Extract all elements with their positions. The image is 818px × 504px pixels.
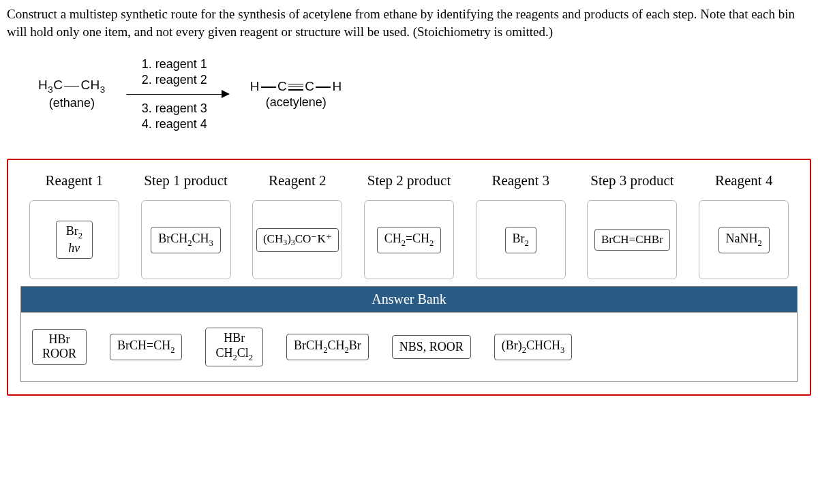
tile-br2[interactable]: Br2 <box>505 227 536 253</box>
bin-label: Reagent 3 <box>491 172 549 189</box>
reaction-scheme: H3CCH3 (ethane) 1. reagent 1 2. reagent … <box>38 57 811 131</box>
drop-well[interactable]: CH2=CH2 <box>364 200 454 279</box>
bin-label: Reagent 2 <box>269 172 327 189</box>
tile-brch2ch2br[interactable]: BrCH2CH2Br <box>286 334 369 360</box>
bin-reagent-2: Reagent 2 (CH3)3CO⁻K⁺ <box>243 172 351 279</box>
product-material: HCCH (acetylene) <box>250 79 342 110</box>
drop-bins-row: Reagent 1 Br2 hv Step 1 product BrCH2CH3… <box>20 172 798 279</box>
reagent-scheme: 1. reagent 1 2. reagent 2 3. reagent 3 4… <box>126 57 230 131</box>
tile-nanh2[interactable]: NaNH2 <box>718 227 770 253</box>
bin-step3-product: Step 3 product BrCH=CHBr <box>579 172 686 279</box>
question-text: Construct a multistep synthetic route fo… <box>7 5 811 40</box>
tile-brch2ch3[interactable]: BrCH2CH3 <box>151 227 221 253</box>
bin-step2-product: Step 2 product CH2=CH2 <box>355 172 463 279</box>
bin-label: Step 2 product <box>367 172 451 189</box>
drop-well[interactable]: Br2 <box>476 200 566 279</box>
bin-reagent-3: Reagent 3 Br2 <box>467 172 575 279</box>
tile-brchchbr[interactable]: BrCH=CHBr <box>594 229 670 251</box>
ethane-formula: H3CCH3 <box>38 78 106 95</box>
tile-br2chch3[interactable]: (Br)2CHCH3 <box>494 334 573 360</box>
tile-hbr-roor[interactable]: HBr ROOR <box>32 329 87 365</box>
tile-ethylene[interactable]: CH2=CH2 <box>377 227 442 253</box>
tile-nbs-roor[interactable]: NBS, ROOR <box>392 335 471 360</box>
drop-well[interactable]: (CH3)3CO⁻K⁺ <box>252 200 342 279</box>
ethane-label: (ethane) <box>38 96 106 110</box>
drop-well[interactable]: BrCH2CH3 <box>141 200 231 279</box>
bin-label: Reagent 4 <box>715 172 773 189</box>
reagents-bottom: 3. reagent 3 4. reagent 4 <box>142 101 207 131</box>
tile-brchch2[interactable]: BrCH=CH2 <box>110 334 182 360</box>
bin-reagent-1: Reagent 1 Br2 hv <box>20 172 128 279</box>
reagents-top: 1. reagent 1 2. reagent 2 <box>142 57 207 87</box>
bin-reagent-4: Reagent 4 NaNH2 <box>690 172 798 279</box>
answer-bank-header: Answer Bank <box>20 286 798 312</box>
bin-label: Step 1 product <box>144 172 227 189</box>
drop-well[interactable]: Br2 hv <box>29 200 119 279</box>
bin-label: Reagent 1 <box>46 172 104 189</box>
bin-step1-product: Step 1 product BrCH2CH3 <box>132 172 240 279</box>
tile-br2-hv[interactable]: Br2 hv <box>56 221 93 259</box>
answer-bank: HBr ROOR BrCH=CH2 HBr CH2Cl2 BrCH2CH2Br … <box>20 312 798 381</box>
drag-drop-area: Reagent 1 Br2 hv Step 1 product BrCH2CH3… <box>7 159 811 395</box>
starting-material: H3CCH3 (ethane) <box>38 78 106 110</box>
drop-well[interactable]: BrCH=CHBr <box>587 200 677 279</box>
reaction-arrow <box>126 90 230 98</box>
bin-label: Step 3 product <box>590 172 673 189</box>
acetylene-label: (acetylene) <box>250 95 342 110</box>
drop-well[interactable]: NaNH2 <box>699 200 789 279</box>
tile-hbr-ch2cl2[interactable]: HBr CH2Cl2 <box>205 328 263 366</box>
tile-tbuok[interactable]: (CH3)3CO⁻K⁺ <box>256 228 339 252</box>
acetylene-formula: HCCH <box>250 79 342 94</box>
